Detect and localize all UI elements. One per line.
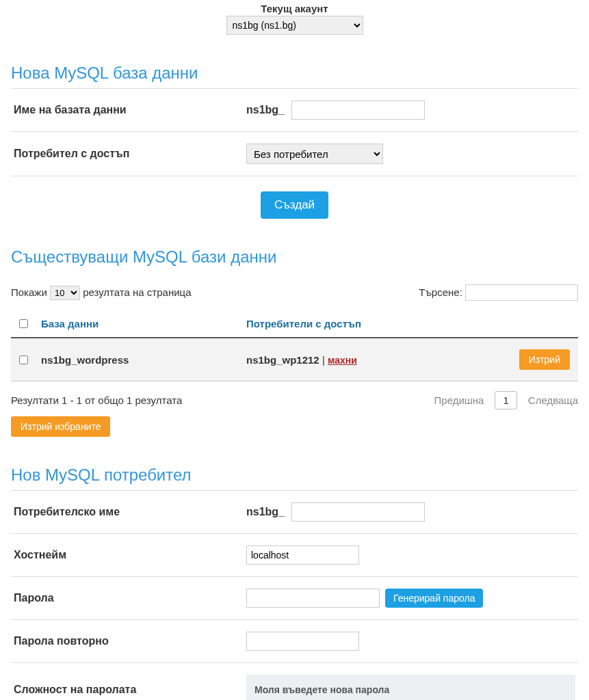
dbname-prefix: ns1bg_ (246, 104, 285, 116)
section-title-newuser: Нов MySQL потребител (11, 466, 578, 485)
table-search-input[interactable] (465, 284, 578, 301)
password2-input[interactable] (246, 632, 359, 651)
hostname-input[interactable] (246, 546, 359, 565)
dbname-input[interactable] (291, 100, 425, 120)
table-search: Търсене: (419, 284, 578, 301)
page-length-select[interactable]: 10 (50, 286, 80, 300)
databases-table: База данни Потребители с достъп ns1bg_wo… (11, 310, 578, 381)
current-account-label: Текущ акаунт (11, 3, 578, 14)
cell-dbname: ns1bg_wordpress (36, 338, 241, 381)
pager-next[interactable]: Следваща (528, 394, 578, 406)
pager: Предишна 1 Следваща (434, 391, 578, 409)
dbname-label: Име на базата данни (14, 104, 246, 116)
results-info: Резултати 1 - 1 от общо 1 резултата (11, 394, 182, 406)
complexity-label: Сложност на паролата (14, 684, 246, 696)
username-label: Потребителско име (14, 506, 246, 518)
password-complexity-msg: Моля въведете нова парола (246, 675, 575, 700)
dbuser-label: Потребител с достъп (14, 148, 246, 160)
password-input[interactable] (246, 589, 380, 608)
current-account-select[interactable]: ns1bg (ns1.bg) (226, 16, 363, 35)
select-all-checkbox[interactable] (19, 319, 28, 328)
password-label: Парола (14, 592, 246, 604)
col-header-db[interactable]: База данни (36, 310, 241, 338)
create-db-button[interactable]: Създай (261, 191, 328, 219)
remove-user-link[interactable]: махни (328, 355, 357, 366)
section-title-existing: Съществуващи MySQL бази данни (11, 247, 578, 267)
generate-password-button[interactable]: Генерирай парола (385, 589, 483, 608)
hostname-label: Хостнейм (14, 549, 246, 561)
col-header-users[interactable]: Потребители с достъп (241, 310, 503, 338)
username-input[interactable] (291, 502, 425, 522)
row-checkbox[interactable] (19, 355, 28, 364)
delete-selected-button[interactable]: Изтрий избраните (11, 416, 110, 437)
table-row: ns1bg_wordpress ns1bg_wp1212 | махни Изт… (11, 338, 578, 381)
delete-db-button[interactable]: Изтрий (519, 349, 570, 370)
username-prefix: ns1bg_ (246, 506, 285, 518)
pager-prev[interactable]: Предишна (434, 394, 484, 406)
page-length-control: Покажи 10 резултата на страница (11, 286, 191, 300)
section-title-newdb: Нова MySQL база данни (11, 64, 578, 83)
pager-page-1[interactable]: 1 (495, 391, 516, 409)
cell-dbusers: ns1bg_wp1212 | махни (241, 338, 503, 381)
password2-label: Парола повторно (14, 635, 246, 647)
dbuser-select[interactable]: Без потребител (246, 144, 383, 164)
